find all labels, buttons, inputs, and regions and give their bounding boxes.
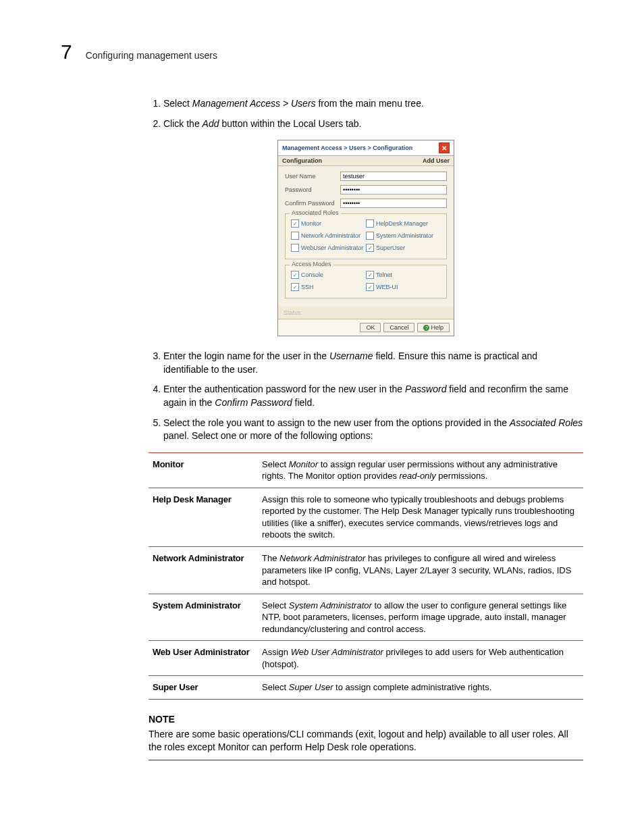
role-desc-cell: Select Monitor to assign regular user pe… xyxy=(258,452,583,488)
password-label: Password xyxy=(285,186,340,193)
role-name-cell: Network Administrator xyxy=(149,547,258,594)
password-input[interactable] xyxy=(340,185,447,194)
add-user-dialog: Management Access > Users > Configuratio… xyxy=(277,140,454,336)
role-helpdesk-checkbox[interactable]: HelpDesk Manager xyxy=(366,219,441,228)
dialog-status: Status: xyxy=(278,307,454,319)
page-header: 7 Configuring management users xyxy=(61,41,583,63)
note-rule xyxy=(149,760,583,760)
role-sysadmin-checkbox[interactable]: System Administrator xyxy=(366,232,441,240)
cancel-button[interactable]: Cancel xyxy=(383,323,414,332)
step-1: Select Management Access > Users from th… xyxy=(163,97,583,111)
table-row: Help Desk ManagerAssign this role to som… xyxy=(149,488,583,546)
role-name-cell: System Administrator xyxy=(149,594,258,641)
ok-button[interactable]: OK xyxy=(360,323,381,332)
role-name-cell: Monitor xyxy=(149,452,258,488)
access-modes-group: Access Modes ✓Console ✓Telnet ✓SSH ✓WEB-… xyxy=(285,265,447,298)
mode-telnet-checkbox[interactable]: ✓Telnet xyxy=(366,271,441,279)
roles-table: MonitorSelect Monitor to assign regular … xyxy=(149,452,583,700)
mode-webui-checkbox[interactable]: ✓WEB-UI xyxy=(366,283,441,291)
chapter-title: Configuring management users xyxy=(86,50,217,61)
help-button[interactable]: ?Help xyxy=(417,323,450,332)
role-desc-cell: Select System Administrator to allow the… xyxy=(258,594,583,641)
note-block: NOTE There are some basic operations/CLI… xyxy=(149,713,583,760)
role-name-cell: Web User Administrator xyxy=(149,641,258,676)
step-5: Select the role you want to assign to th… xyxy=(163,417,583,443)
table-row: Web User AdministratorAssign Web User Ad… xyxy=(149,641,583,676)
role-desc-cell: Assign Web User Administrator privileges… xyxy=(258,641,583,676)
role-monitor-checkbox[interactable]: ✓Monitor xyxy=(291,219,366,228)
dialog-subbar: Configuration Add User xyxy=(278,156,454,166)
mode-console-checkbox[interactable]: ✓Console xyxy=(291,271,366,279)
note-label: NOTE xyxy=(149,713,583,727)
chapter-number: 7 xyxy=(61,41,72,63)
step-3: Enter the login name for the user in the… xyxy=(163,350,583,376)
role-desc-cell: The Network Administrator has privileges… xyxy=(258,547,583,594)
role-desc-cell: Select Super User to assign complete adm… xyxy=(258,676,583,700)
close-icon[interactable]: ✕ xyxy=(439,142,450,153)
username-label: User Name xyxy=(285,173,340,180)
dialog-title: Management Access > Users > Configuratio… xyxy=(282,145,412,151)
table-row: Network AdministratorThe Network Adminis… xyxy=(149,547,583,594)
role-desc-cell: Assign this role to someone who typicall… xyxy=(258,488,583,546)
role-netadmin-checkbox[interactable]: Network Administrator xyxy=(291,232,366,240)
table-row: MonitorSelect Monitor to assign regular … xyxy=(149,452,583,488)
associated-roles-group: Associated Roles ✓Monitor HelpDesk Manag… xyxy=(285,213,447,259)
confirm-password-label: Confirm Password xyxy=(285,200,340,207)
step-4: Enter the authentication password for th… xyxy=(163,383,583,409)
role-name-cell: Super User xyxy=(149,676,258,700)
table-row: Super UserSelect Super User to assign co… xyxy=(149,676,583,700)
role-name-cell: Help Desk Manager xyxy=(149,488,258,546)
mode-ssh-checkbox[interactable]: ✓SSH xyxy=(291,283,366,291)
dialog-titlebar: Management Access > Users > Configuratio… xyxy=(278,140,454,156)
table-row: System AdministratorSelect System Admini… xyxy=(149,594,583,641)
username-input[interactable] xyxy=(340,172,447,181)
help-icon: ? xyxy=(423,325,429,331)
role-superuser-checkbox[interactable]: ✓SuperUser xyxy=(366,244,441,252)
step-2: Click the Add button within the Local Us… xyxy=(163,118,583,131)
confirm-password-input[interactable] xyxy=(340,199,447,208)
note-text: There are some basic operations/CLI comm… xyxy=(149,729,568,753)
role-webuser-checkbox[interactable]: WebUser Administrator xyxy=(291,244,366,252)
